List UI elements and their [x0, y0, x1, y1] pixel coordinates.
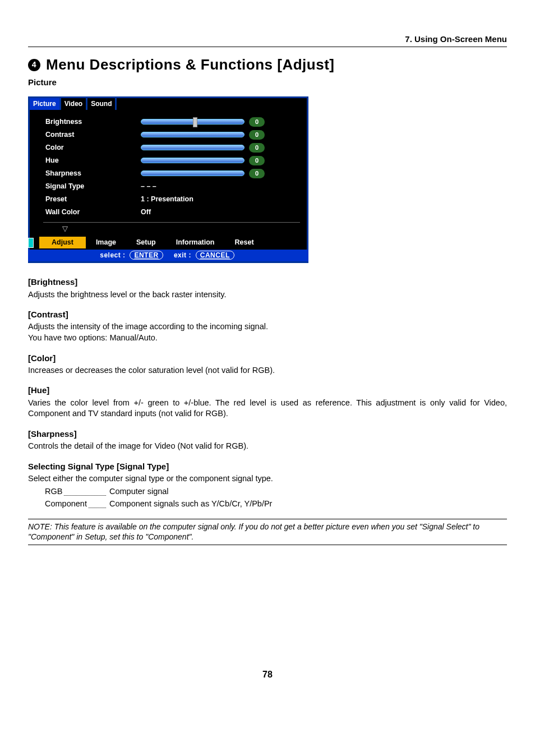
section-number-badge: 4	[28, 59, 40, 71]
osd-tab-picture[interactable]: Picture	[28, 96, 61, 110]
slider-value: 0	[249, 130, 265, 140]
osd-label: Preset	[45, 195, 141, 204]
osd-label: Brightness	[45, 117, 141, 127]
section-color: [Color] Increases or decreases the color…	[28, 353, 507, 376]
hint-enter-key: ENTER	[130, 251, 163, 260]
slider-knob[interactable]	[193, 117, 197, 127]
page-title: 4 Menu Descriptions & Functions [Adjust]	[28, 55, 507, 75]
page-number: 78	[28, 669, 507, 681]
section-heading: [Sharpness]	[28, 428, 507, 440]
def-row-rgb: RGB Computer signal	[45, 486, 507, 497]
section-body: Select either the computer signal type o…	[28, 473, 507, 485]
osd-label: Sharpness	[45, 169, 141, 178]
osd-label: Contrast	[45, 130, 141, 140]
section-brightness: [Brightness] Adjusts the brightness leve…	[28, 276, 507, 300]
osd-label: Color	[45, 143, 141, 153]
osd-row-sharpness[interactable]: Sharpness 0	[45, 167, 299, 180]
osd-tab-video[interactable]: Video	[59, 96, 87, 110]
hint-exit-label: exit :	[174, 251, 191, 259]
section-body: Adjusts the brightness level or the back…	[28, 289, 507, 301]
sub-heading: Picture	[28, 77, 507, 88]
def-desc: Computer signal	[109, 486, 169, 497]
osd-menu-bar: Adjust Image Setup Information Reset	[28, 236, 308, 250]
slider-track[interactable]	[141, 119, 245, 125]
section-body: Increases or decreases the color saturat…	[28, 365, 507, 376]
osd-value: – – –	[141, 182, 156, 191]
slider-value: 0	[249, 156, 265, 165]
hint-select-label: select :	[100, 251, 125, 259]
menu-item-image[interactable]: Image	[86, 237, 126, 248]
hint-cancel-key: CANCEL	[196, 251, 234, 260]
section-hue: [Hue] Varies the color level from +/- gr…	[28, 385, 507, 419]
osd-value: 1 : Presentation	[141, 195, 193, 204]
section-contrast: [Contrast] Adjusts the intensity of the …	[28, 309, 507, 343]
osd-corner-icon	[28, 238, 34, 248]
def-desc: Component signals such as Y/Cb/Cr, Y/Pb/…	[109, 499, 272, 510]
section-heading: [Contrast]	[28, 309, 507, 320]
slider-track[interactable]	[141, 132, 245, 137]
osd-row-contrast[interactable]: Contrast 0	[45, 128, 299, 141]
osd-label: Wall Color	[45, 208, 141, 217]
osd-label: Signal Type	[45, 182, 141, 191]
section-signal-type: Selecting Signal Type [Signal Type] Sele…	[28, 461, 507, 510]
menu-item-adjust[interactable]: Adjust	[39, 237, 86, 248]
osd-row-hue[interactable]: Hue 0	[45, 154, 299, 167]
def-term: RGB	[45, 487, 63, 496]
section-heading: Selecting Signal Type [Signal Type]	[28, 461, 507, 472]
slider-value: 0	[249, 117, 265, 127]
osd-tab-sound[interactable]: Sound	[86, 96, 117, 110]
section-heading: [Hue]	[28, 385, 507, 396]
slider-value: 0	[249, 143, 265, 153]
slider-value: 0	[249, 169, 265, 178]
section-body: Varies the color level from +/- green to…	[28, 398, 507, 420]
section-body: Controls the detail of the image for Vid…	[28, 441, 507, 452]
scroll-down-icon[interactable]: ▽	[30, 223, 307, 236]
osd-value: Off	[141, 208, 151, 217]
osd-hints: select : ENTER exit : CANCEL	[28, 250, 308, 261]
osd-tab-row: Picture Video Sound	[28, 96, 307, 110]
section-body: You have two options: Manual/Auto.	[28, 333, 507, 344]
osd-row-brightness[interactable]: Brightness 0	[45, 116, 299, 128]
osd-rows: Brightness 0 Contrast 0 Color 0 Hue 0 Sh…	[30, 113, 307, 220]
chapter-header: 7. Using On-Screen Menu	[28, 34, 507, 47]
page-title-text: Menu Descriptions & Functions [Adjust]	[46, 55, 334, 75]
slider-track[interactable]	[141, 170, 245, 176]
menu-item-setup[interactable]: Setup	[126, 237, 166, 248]
definition-list: RGB Computer signal Component Component …	[28, 486, 507, 509]
osd-row-wall-color[interactable]: Wall Color Off	[45, 206, 299, 219]
section-heading: [Brightness]	[28, 276, 507, 288]
section-heading: [Color]	[28, 353, 507, 364]
section-sharpness: [Sharpness] Controls the detail of the i…	[28, 428, 507, 452]
osd-row-color[interactable]: Color 0	[45, 141, 299, 154]
section-body: Adjusts the intensity of the image accor…	[28, 321, 507, 333]
note-block: NOTE: This feature is available on the c…	[28, 519, 507, 546]
def-term: Component	[45, 499, 88, 508]
osd-row-preset[interactable]: Preset 1 : Presentation	[45, 193, 299, 206]
osd-label: Hue	[45, 156, 141, 165]
osd-row-signal-type[interactable]: Signal Type – – –	[45, 180, 299, 193]
menu-item-reset[interactable]: Reset	[225, 237, 264, 248]
slider-track[interactable]	[141, 145, 245, 150]
def-row-component: Component Component signals such as Y/Cb…	[45, 499, 507, 510]
menu-item-information[interactable]: Information	[166, 237, 225, 248]
osd-screenshot: Picture Video Sound Brightness 0 Contras…	[28, 96, 308, 264]
slider-track[interactable]	[141, 158, 245, 163]
